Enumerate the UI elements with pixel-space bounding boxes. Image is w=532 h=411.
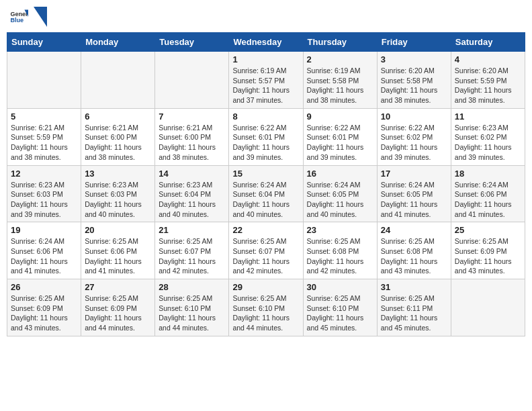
calendar-cell: 6Sunrise: 6:21 AM Sunset: 6:00 PM Daylig… <box>81 108 155 165</box>
weekday-header: Monday <box>81 33 155 52</box>
day-number: 15 <box>232 169 299 179</box>
calendar-cell: 22Sunrise: 6:25 AM Sunset: 6:07 PM Dayli… <box>229 222 303 279</box>
day-number: 30 <box>307 282 373 292</box>
calendar-table: SundayMondayTuesdayWednesdayThursdayFrid… <box>7 32 525 336</box>
day-number: 22 <box>232 225 299 235</box>
day-number: 25 <box>455 225 521 235</box>
day-info: Sunrise: 6:25 AM Sunset: 6:10 PM Dayligh… <box>307 293 373 333</box>
day-info: Sunrise: 6:25 AM Sunset: 6:08 PM Dayligh… <box>307 236 373 276</box>
calendar-cell: 5Sunrise: 6:21 AM Sunset: 5:59 PM Daylig… <box>7 108 81 165</box>
calendar-cell: 12Sunrise: 6:23 AM Sunset: 6:03 PM Dayli… <box>7 165 81 222</box>
weekday-header: Thursday <box>303 33 377 52</box>
calendar-body: 1Sunrise: 6:19 AM Sunset: 5:57 PM Daylig… <box>7 52 525 336</box>
calendar-cell: 18Sunrise: 6:24 AM Sunset: 6:06 PM Dayli… <box>451 165 525 222</box>
calendar-cell: 27Sunrise: 6:25 AM Sunset: 6:09 PM Dayli… <box>81 279 155 336</box>
day-info: Sunrise: 6:25 AM Sunset: 6:08 PM Dayligh… <box>381 236 447 276</box>
day-info: Sunrise: 6:25 AM Sunset: 6:10 PM Dayligh… <box>159 293 225 333</box>
calendar-week-row: 5Sunrise: 6:21 AM Sunset: 5:59 PM Daylig… <box>7 108 525 165</box>
day-number: 5 <box>11 111 77 122</box>
logo: General Blue <box>9 7 47 27</box>
day-info: Sunrise: 6:25 AM Sunset: 6:09 PM Dayligh… <box>85 293 151 333</box>
day-info: Sunrise: 6:22 AM Sunset: 6:01 PM Dayligh… <box>307 123 373 163</box>
weekday-header: Friday <box>377 33 451 52</box>
day-number: 3 <box>381 54 447 64</box>
day-info: Sunrise: 6:23 AM Sunset: 6:02 PM Dayligh… <box>455 123 521 163</box>
calendar-cell: 19Sunrise: 6:24 AM Sunset: 6:06 PM Dayli… <box>7 222 81 279</box>
calendar-cell <box>155 52 229 109</box>
calendar-cell: 31Sunrise: 6:25 AM Sunset: 6:11 PM Dayli… <box>377 279 451 336</box>
calendar-week-row: 1Sunrise: 6:19 AM Sunset: 5:57 PM Daylig… <box>7 52 525 109</box>
calendar-cell: 4Sunrise: 6:20 AM Sunset: 5:59 PM Daylig… <box>451 52 525 109</box>
day-number: 10 <box>381 111 447 122</box>
day-info: Sunrise: 6:24 AM Sunset: 6:06 PM Dayligh… <box>11 236 77 276</box>
calendar-cell: 17Sunrise: 6:24 AM Sunset: 6:05 PM Dayli… <box>377 165 451 222</box>
day-info: Sunrise: 6:22 AM Sunset: 6:01 PM Dayligh… <box>232 123 299 163</box>
day-info: Sunrise: 6:23 AM Sunset: 6:04 PM Dayligh… <box>159 180 225 220</box>
day-number: 11 <box>455 111 521 122</box>
weekday-header: Wednesday <box>229 33 303 52</box>
day-number: 2 <box>307 54 373 64</box>
calendar-cell: 10Sunrise: 6:22 AM Sunset: 6:02 PM Dayli… <box>377 108 451 165</box>
day-number: 1 <box>232 54 299 64</box>
calendar-cell: 9Sunrise: 6:22 AM Sunset: 6:01 PM Daylig… <box>303 108 377 165</box>
day-info: Sunrise: 6:21 AM Sunset: 5:59 PM Dayligh… <box>11 123 77 163</box>
day-number: 8 <box>232 111 299 122</box>
calendar-cell: 20Sunrise: 6:25 AM Sunset: 6:06 PM Dayli… <box>81 222 155 279</box>
day-info: Sunrise: 6:23 AM Sunset: 6:03 PM Dayligh… <box>85 180 151 220</box>
day-number: 20 <box>85 225 151 235</box>
day-info: Sunrise: 6:24 AM Sunset: 6:04 PM Dayligh… <box>232 180 299 220</box>
day-number: 14 <box>159 169 225 179</box>
day-number: 21 <box>159 225 225 235</box>
day-info: Sunrise: 6:25 AM Sunset: 6:07 PM Dayligh… <box>232 236 299 276</box>
day-info: Sunrise: 6:20 AM Sunset: 5:58 PM Dayligh… <box>381 66 447 105</box>
day-info: Sunrise: 6:22 AM Sunset: 6:02 PM Dayligh… <box>381 123 447 163</box>
calendar-cell: 15Sunrise: 6:24 AM Sunset: 6:04 PM Dayli… <box>229 165 303 222</box>
weekday-header: Tuesday <box>155 33 229 52</box>
day-info: Sunrise: 6:25 AM Sunset: 6:06 PM Dayligh… <box>85 236 151 276</box>
calendar-cell: 26Sunrise: 6:25 AM Sunset: 6:09 PM Dayli… <box>7 279 81 336</box>
day-info: Sunrise: 6:21 AM Sunset: 6:00 PM Dayligh… <box>85 123 151 163</box>
day-info: Sunrise: 6:24 AM Sunset: 6:06 PM Dayligh… <box>455 180 521 220</box>
svg-text:Blue: Blue <box>10 17 24 24</box>
day-number: 4 <box>455 54 521 64</box>
day-number: 18 <box>455 169 521 179</box>
day-number: 13 <box>85 169 151 179</box>
day-number: 9 <box>307 111 373 122</box>
calendar-cell: 16Sunrise: 6:24 AM Sunset: 6:05 PM Dayli… <box>303 165 377 222</box>
logo-triangle-icon <box>34 7 47 27</box>
day-number: 31 <box>381 282 447 292</box>
weekday-header-row: SundayMondayTuesdayWednesdayThursdayFrid… <box>7 33 525 52</box>
day-number: 6 <box>85 111 151 122</box>
logo-icon: General Blue <box>9 7 28 26</box>
weekday-header: Sunday <box>7 33 81 52</box>
calendar-cell: 30Sunrise: 6:25 AM Sunset: 6:10 PM Dayli… <box>303 279 377 336</box>
calendar-cell <box>7 52 81 109</box>
day-info: Sunrise: 6:25 AM Sunset: 6:07 PM Dayligh… <box>159 236 225 276</box>
weekday-header: Saturday <box>451 33 525 52</box>
calendar-week-row: 12Sunrise: 6:23 AM Sunset: 6:03 PM Dayli… <box>7 165 525 222</box>
calendar-cell <box>81 52 155 109</box>
svg-marker-3 <box>34 7 47 27</box>
day-number: 16 <box>307 169 373 179</box>
calendar-cell <box>451 279 525 336</box>
calendar-cell: 28Sunrise: 6:25 AM Sunset: 6:10 PM Dayli… <box>155 279 229 336</box>
day-number: 12 <box>11 169 77 179</box>
day-number: 24 <box>381 225 447 235</box>
calendar-header: SundayMondayTuesdayWednesdayThursdayFrid… <box>7 33 525 52</box>
day-number: 23 <box>307 225 373 235</box>
calendar-cell: 25Sunrise: 6:25 AM Sunset: 6:09 PM Dayli… <box>451 222 525 279</box>
calendar-cell: 1Sunrise: 6:19 AM Sunset: 5:57 PM Daylig… <box>229 52 303 109</box>
day-info: Sunrise: 6:25 AM Sunset: 6:11 PM Dayligh… <box>381 293 447 333</box>
day-info: Sunrise: 6:24 AM Sunset: 6:05 PM Dayligh… <box>307 180 373 220</box>
day-number: 26 <box>11 282 77 292</box>
day-number: 28 <box>159 282 225 292</box>
day-info: Sunrise: 6:23 AM Sunset: 6:03 PM Dayligh… <box>11 180 77 220</box>
calendar-cell: 7Sunrise: 6:21 AM Sunset: 6:00 PM Daylig… <box>155 108 229 165</box>
calendar-cell: 11Sunrise: 6:23 AM Sunset: 6:02 PM Dayli… <box>451 108 525 165</box>
day-info: Sunrise: 6:21 AM Sunset: 6:00 PM Dayligh… <box>159 123 225 163</box>
day-info: Sunrise: 6:20 AM Sunset: 5:59 PM Dayligh… <box>455 66 521 105</box>
calendar-week-row: 26Sunrise: 6:25 AM Sunset: 6:09 PM Dayli… <box>7 279 525 336</box>
calendar-cell: 3Sunrise: 6:20 AM Sunset: 5:58 PM Daylig… <box>377 52 451 109</box>
calendar-cell: 2Sunrise: 6:19 AM Sunset: 5:58 PM Daylig… <box>303 52 377 109</box>
calendar-cell: 8Sunrise: 6:22 AM Sunset: 6:01 PM Daylig… <box>229 108 303 165</box>
